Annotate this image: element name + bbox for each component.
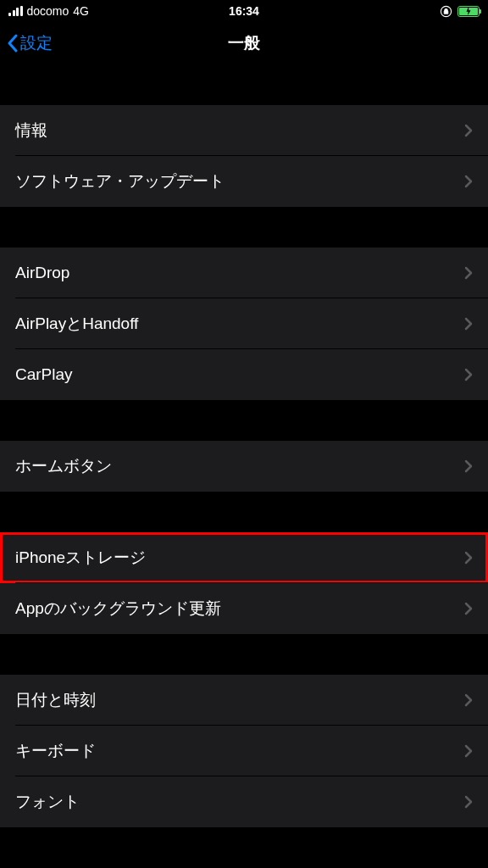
carrier-label: docomo	[27, 4, 69, 18]
row-keyboard[interactable]: キーボード	[0, 726, 488, 776]
row-date-time[interactable]: 日付と時刻	[0, 675, 488, 726]
row-background-app-refresh[interactable]: Appのバックグラウンド更新	[0, 583, 488, 634]
row-label: ソフトウェア・アップデート	[15, 170, 225, 192]
section-storage: iPhoneストレージ Appのバックグラウンド更新	[0, 532, 488, 634]
row-fonts[interactable]: フォント	[0, 776, 488, 827]
chevron-right-icon	[464, 551, 473, 565]
chevron-right-icon	[464, 266, 473, 280]
row-label: ホームボタン	[15, 455, 112, 477]
status-bar: docomo 4G 16:34	[0, 0, 488, 22]
chevron-right-icon	[464, 693, 473, 707]
signal-icon	[8, 6, 23, 16]
row-airplay-handoff[interactable]: AirPlayとHandoff	[0, 298, 488, 349]
section-connectivity: AirDrop AirPlayとHandoff CarPlay	[0, 248, 488, 400]
chevron-right-icon	[464, 602, 473, 615]
row-label: 日付と時刻	[15, 689, 96, 711]
clock: 16:34	[229, 4, 259, 18]
row-label: Appのバックグラウンド更新	[15, 598, 221, 620]
row-airdrop[interactable]: AirDrop	[0, 248, 488, 298]
chevron-right-icon	[464, 795, 473, 809]
section-general-info: 情報 ソフトウェア・アップデート	[0, 105, 488, 207]
chevron-right-icon	[464, 368, 473, 381]
row-label: 情報	[15, 120, 47, 142]
row-carplay[interactable]: CarPlay	[0, 349, 488, 400]
chevron-right-icon	[464, 459, 473, 473]
section-home-button: ホームボタン	[0, 441, 488, 492]
orientation-lock-icon	[440, 5, 452, 18]
page-title: 一般	[228, 32, 260, 54]
navigation-bar: 設定 一般	[0, 22, 488, 64]
row-iphone-storage[interactable]: iPhoneストレージ	[0, 532, 488, 583]
row-label: AirPlayとHandoff	[15, 313, 138, 335]
row-home-button[interactable]: ホームボタン	[0, 441, 488, 492]
back-button[interactable]: 設定	[7, 32, 53, 54]
chevron-right-icon	[464, 175, 473, 188]
chevron-right-icon	[464, 124, 473, 137]
row-label: フォント	[15, 791, 80, 813]
row-label: CarPlay	[15, 365, 73, 384]
row-label: AirDrop	[15, 264, 69, 282]
network-label: 4G	[73, 4, 89, 18]
status-right	[440, 5, 480, 18]
chevron-left-icon	[7, 34, 19, 53]
battery-icon	[458, 6, 480, 17]
status-left: docomo 4G	[8, 4, 89, 18]
row-label: キーボード	[15, 740, 96, 762]
row-label: iPhoneストレージ	[15, 547, 146, 569]
chevron-right-icon	[464, 744, 473, 758]
section-input: 日付と時刻 キーボード フォント	[0, 675, 488, 827]
row-software-update[interactable]: ソフトウェア・アップデート	[0, 156, 488, 207]
chevron-right-icon	[464, 317, 473, 331]
row-about[interactable]: 情報	[0, 105, 488, 156]
back-label: 設定	[20, 32, 53, 54]
